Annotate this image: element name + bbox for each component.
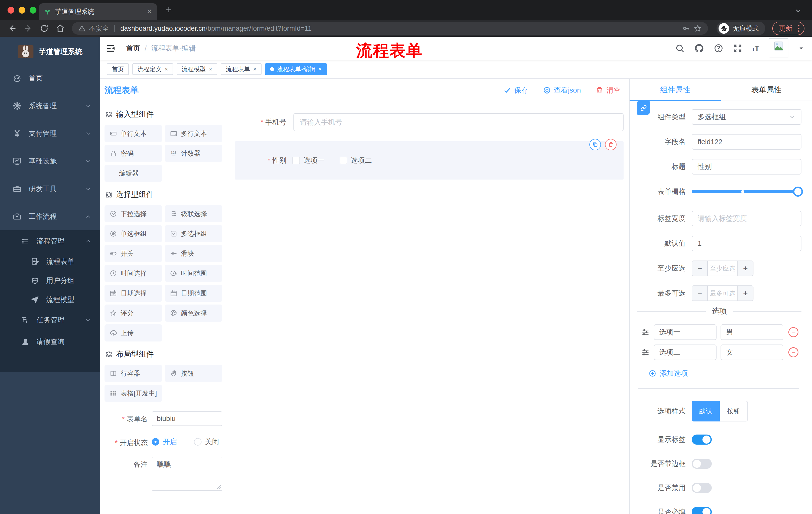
sidebar-collapse-icon[interactable] <box>106 43 116 53</box>
form-name-input[interactable]: biubiu <box>152 411 222 426</box>
component-item[interactable]: 上传 <box>105 324 162 342</box>
tag-close-icon[interactable]: × <box>253 66 257 72</box>
sidebar-item-task-mgmt[interactable]: 任务管理 <box>0 309 100 331</box>
sidebar-item-infra[interactable]: 基础设施 <box>0 147 100 175</box>
min-select-stepper[interactable]: − 至少应选 + <box>692 261 753 276</box>
option-label-input[interactable]: 选项一 <box>654 324 717 340</box>
avatar-caret-down-icon[interactable] <box>798 45 805 52</box>
sidebar-item-process-model[interactable]: 流程模型 <box>0 290 100 309</box>
component-item[interactable]: 多选框组 <box>165 225 222 242</box>
phone-input[interactable]: 请输入手机号 <box>293 113 624 131</box>
sidebar-item-workflow[interactable]: 工作流程 <box>0 203 100 231</box>
sidebar-item-devtools[interactable]: 研发工具 <box>0 175 100 203</box>
component-item[interactable]: 下拉选择 <box>105 205 162 222</box>
component-item[interactable]: 密码 <box>105 145 162 162</box>
tab-search-chevron-icon[interactable] <box>794 7 802 15</box>
back-icon[interactable] <box>7 24 17 33</box>
browser-update-button[interactable]: 更新 <box>772 22 805 35</box>
component-item[interactable]: 日期范围 <box>165 285 222 302</box>
browser-tab[interactable]: 芋道管理系统 ✕ <box>39 3 157 20</box>
font-size-icon[interactable]: тT <box>752 44 759 53</box>
tab-close-icon[interactable]: ✕ <box>146 8 152 16</box>
resize-handle[interactable] <box>216 485 221 489</box>
breadcrumb-home[interactable]: 首页 <box>126 44 140 53</box>
url-text[interactable]: dashboard.yudao.iocoder.cn/bpm/manager/f… <box>120 25 678 32</box>
sidebar-item-payment[interactable]: 支付管理 <box>0 120 100 147</box>
component-item[interactable]: 级联选择 <box>165 205 222 222</box>
component-item[interactable]: 表格[开发中] <box>105 385 162 402</box>
tag-process-form[interactable]: 流程表单× <box>221 63 262 75</box>
plus-button[interactable]: + <box>737 261 753 276</box>
security-label[interactable]: 不安全 <box>89 24 109 33</box>
default-value-input[interactable]: 1 <box>692 236 802 251</box>
tag-process-def[interactable]: 流程定义× <box>133 63 173 75</box>
sidebar-item-leave-query[interactable]: 请假查询 <box>0 331 100 353</box>
gender-checkbox-2[interactable]: 选项二 <box>340 156 372 165</box>
form-canvas[interactable]: 手机号 请输入手机号 <box>227 102 629 514</box>
min-select-value[interactable]: 至少应选 <box>708 261 737 276</box>
form-grid-slider[interactable] <box>692 184 802 199</box>
add-option-button[interactable]: 添加选项 <box>649 369 802 378</box>
option-value-input[interactable]: 女 <box>721 345 783 360</box>
max-select-value[interactable]: 最多可选 <box>708 286 737 300</box>
close-window-button[interactable] <box>7 7 14 13</box>
not-secure-warning-icon[interactable] <box>78 25 86 32</box>
sidebar-item-process-mgmt[interactable]: 流程管理 <box>0 231 100 252</box>
reload-icon[interactable] <box>40 24 49 33</box>
tab-form-props[interactable]: 表单属性 <box>721 79 812 101</box>
search-icon[interactable] <box>675 44 685 53</box>
radio-closed[interactable]: 关闭 <box>194 437 219 447</box>
link-tag-button[interactable] <box>637 101 650 115</box>
component-item[interactable]: 评分 <box>105 304 162 322</box>
tag-close-icon[interactable]: × <box>165 66 168 72</box>
password-key-icon[interactable] <box>682 24 690 32</box>
canvas-selected-gender-field[interactable]: 性别 选项一选项二 <box>235 141 624 180</box>
copy-component-button[interactable] <box>589 139 601 151</box>
macos-traffic-lights[interactable] <box>7 7 36 13</box>
field-name-input[interactable]: field122 <box>692 134 802 150</box>
title-input[interactable]: 性别 <box>692 159 802 174</box>
bookmark-star-icon[interactable] <box>694 24 702 32</box>
sidebar-item-system[interactable]: 系统管理 <box>0 92 100 120</box>
github-icon[interactable] <box>694 43 704 53</box>
drag-handle-icon[interactable] <box>641 348 650 357</box>
tab-component-props[interactable]: 组件属性 <box>630 79 721 101</box>
url-bar[interactable]: 不安全 dashboard.yudao.iocoder.cn/bpm/manag… <box>72 22 708 35</box>
component-item[interactable]: 日期选择 <box>105 285 162 302</box>
sidebar-logo[interactable]: 芋道管理系统 <box>0 37 100 64</box>
tag-home[interactable]: 首页 <box>107 63 129 75</box>
option-label-input[interactable]: 选项二 <box>654 345 717 360</box>
component-item[interactable]: 123计数器 <box>165 145 222 162</box>
sidebar-item-home[interactable]: 首页 <box>0 64 100 92</box>
new-tab-button[interactable] <box>165 5 173 14</box>
component-item[interactable]: 行容器 <box>105 365 162 382</box>
radio-open[interactable]: 开启 <box>152 437 177 447</box>
drag-handle-icon[interactable] <box>641 328 650 336</box>
gender-checkbox-1[interactable]: 选项一 <box>292 156 325 165</box>
avatar[interactable] <box>769 38 788 58</box>
minus-button[interactable]: − <box>692 286 708 300</box>
tag-process-model[interactable]: 流程模型× <box>177 63 217 75</box>
remark-textarea[interactable]: 嘿嘿 <box>152 457 222 491</box>
save-button[interactable]: 保存 <box>503 85 528 95</box>
tag-close-icon[interactable]: × <box>318 66 322 72</box>
view-json-button[interactable]: 查看json <box>543 85 581 95</box>
sidebar-item-process-form[interactable]: 流程表单 <box>0 252 100 271</box>
delete-component-button[interactable] <box>605 139 616 151</box>
maximize-window-button[interactable] <box>30 7 36 13</box>
component-item[interactable]: 滑块 <box>165 245 222 262</box>
plus-button[interactable]: + <box>737 286 753 300</box>
option-style-button-button[interactable]: 按钮 <box>720 401 748 422</box>
tag-close-icon[interactable]: × <box>209 66 212 72</box>
option-value-input[interactable]: 男 <box>721 324 783 340</box>
label-width-input[interactable]: 请输入标签宽度 <box>692 211 802 226</box>
component-item[interactable]: 单行文本 <box>105 125 162 142</box>
checkbox-icon[interactable] <box>292 157 300 164</box>
component-item[interactable]: 编辑器 <box>105 165 162 182</box>
browser-menu-icon[interactable] <box>798 25 800 32</box>
tag-process-form-edit[interactable]: 流程表单-编辑× <box>265 63 327 75</box>
toggle-switch-disabled[interactable] <box>692 483 712 493</box>
max-select-stepper[interactable]: − 最多可选 + <box>692 286 753 301</box>
remove-option-button[interactable] <box>788 347 799 357</box>
minimize-window-button[interactable] <box>19 7 25 13</box>
